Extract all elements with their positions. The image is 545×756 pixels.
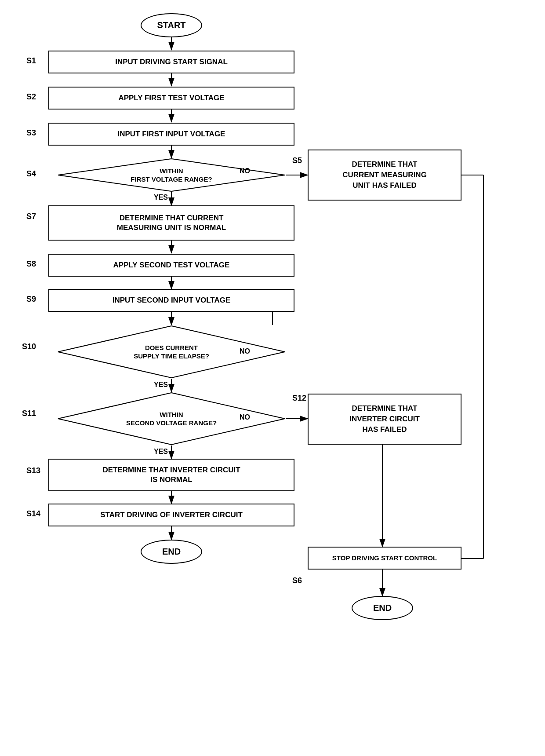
s7-label: DETERMINE THAT CURRENTMEASURING UNIT IS … bbox=[117, 213, 226, 233]
start-label: START bbox=[157, 20, 185, 30]
s10-no-label: NO bbox=[240, 347, 250, 355]
s7-step-label: S7 bbox=[26, 212, 36, 221]
s14-label: START DRIVING OF INVERTER CIRCUIT bbox=[100, 510, 243, 520]
s11-yes-label: YES bbox=[154, 448, 168, 456]
s10-node: DOES CURRENTSUPPLY TIME ELAPSE? bbox=[57, 325, 286, 379]
s13-node: DETERMINE THAT INVERTER CIRCUITIS NORMAL bbox=[48, 459, 294, 491]
s3-label: INPUT FIRST INPUT VOLTAGE bbox=[118, 129, 225, 139]
s12-node: DETERMINE THATINVERTER CIRCUITHAS FAILED bbox=[308, 394, 461, 445]
s10-yes-label: YES bbox=[154, 381, 168, 389]
s8-node: APPLY SECOND TEST VOLTAGE bbox=[48, 254, 294, 277]
s6-step-label: S6 bbox=[292, 576, 302, 585]
s9-node: INPUT SECOND INPUT VOLTAGE bbox=[48, 289, 294, 312]
s4-step-label: S4 bbox=[26, 169, 36, 179]
end2-label: END bbox=[373, 603, 392, 613]
s5-step-label: S5 bbox=[292, 156, 302, 165]
end2-node: END bbox=[352, 596, 413, 620]
s11-node: WITHINSECOND VOLTAGE RANGE? bbox=[57, 392, 286, 446]
flowchart: START S1 INPUT DRIVING START SIGNAL S2 A… bbox=[0, 0, 545, 756]
s1-label: INPUT DRIVING START SIGNAL bbox=[115, 57, 228, 67]
s8-label: APPLY SECOND TEST VOLTAGE bbox=[113, 260, 230, 270]
s3-step-label: S3 bbox=[26, 128, 36, 138]
s4-no-label: NO bbox=[240, 167, 250, 175]
s12-step-label: S12 bbox=[292, 394, 306, 403]
s11-label: WITHINSECOND VOLTAGE RANGE? bbox=[126, 410, 217, 427]
s1-step-label: S1 bbox=[26, 56, 36, 66]
s10-label: DOES CURRENTSUPPLY TIME ELAPSE? bbox=[134, 343, 209, 361]
stop-label: STOP DRIVING START CONTROL bbox=[332, 554, 437, 562]
s7-node: DETERMINE THAT CURRENTMEASURING UNIT IS … bbox=[48, 205, 294, 241]
s14-node: START DRIVING OF INVERTER CIRCUIT bbox=[48, 504, 294, 526]
s1-node: INPUT DRIVING START SIGNAL bbox=[48, 51, 294, 73]
s3-node: INPUT FIRST INPUT VOLTAGE bbox=[48, 123, 294, 146]
s11-step-label: S11 bbox=[22, 409, 36, 418]
s8-step-label: S8 bbox=[26, 259, 36, 269]
s4-node: WITHINFIRST VOLTAGE RANGE? bbox=[57, 158, 286, 192]
s11-no-label: NO bbox=[240, 413, 250, 421]
s10-step-label: S10 bbox=[22, 342, 36, 351]
end1-label: END bbox=[162, 547, 181, 557]
s5-label: DETERMINE THATCURRENT MEASURINGUNIT HAS … bbox=[342, 159, 427, 190]
s5-node: DETERMINE THATCURRENT MEASURINGUNIT HAS … bbox=[308, 150, 461, 201]
s14-step-label: S14 bbox=[26, 509, 40, 519]
s9-label: INPUT SECOND INPUT VOLTAGE bbox=[113, 296, 231, 305]
s13-label: DETERMINE THAT INVERTER CIRCUITIS NORMAL bbox=[102, 465, 240, 485]
s2-node: APPLY FIRST TEST VOLTAGE bbox=[48, 87, 294, 110]
s4-label: WITHINFIRST VOLTAGE RANGE? bbox=[131, 167, 212, 184]
s2-step-label: S2 bbox=[26, 92, 36, 102]
end1-node: END bbox=[141, 540, 202, 564]
s12-label: DETERMINE THATINVERTER CIRCUITHAS FAILED bbox=[349, 403, 420, 435]
s2-label: APPLY FIRST TEST VOLTAGE bbox=[118, 93, 224, 103]
stop-node: STOP DRIVING START CONTROL bbox=[308, 547, 461, 570]
s9-step-label: S9 bbox=[26, 295, 36, 304]
s4-yes-label: YES bbox=[154, 194, 168, 201]
start-node: START bbox=[141, 13, 202, 37]
s13-step-label: S13 bbox=[26, 466, 40, 475]
